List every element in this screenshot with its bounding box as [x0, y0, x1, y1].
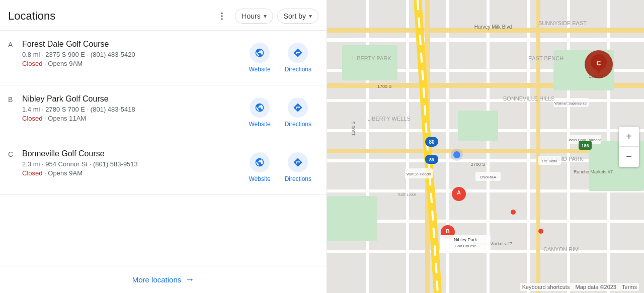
location-name-c: Bonneville Golf Course [22, 149, 238, 158]
directions-button-a[interactable]: Directions [278, 40, 318, 76]
website-button-c[interactable]: Website [242, 149, 278, 185]
status-closed-c: Closed [22, 169, 42, 177]
website-button-a[interactable]: Website [242, 40, 278, 76]
svg-text:Golf Course: Golf Course [455, 244, 476, 248]
directions-button-b[interactable]: Directions [278, 94, 318, 131]
svg-text:Chick-fil-A: Chick-fil-A [480, 175, 496, 179]
zoom-out-button[interactable]: − [619, 147, 639, 167]
svg-text:SUNNYSIDE EAST: SUNNYSIDE EAST [538, 20, 587, 26]
location-letter-b: B [8, 94, 18, 104]
website-label-a: Website [249, 66, 271, 73]
svg-text:1300 S: 1300 S [351, 121, 356, 136]
globe-icon-a [255, 48, 265, 58]
sort-by-label: Sort by [284, 12, 306, 20]
svg-text:EAST BENCH: EAST BENCH [528, 55, 564, 61]
left-panel: Locations Hours ▾ Sort by ▾ A Forest Dal… [0, 0, 327, 293]
directions-label-a: Directions [285, 66, 311, 73]
location-address-b: 1.4 mi · 2780 S 700 E · (801) 483-5418 [22, 106, 238, 113]
list-item[interactable]: B Nibley Park Golf Course 1.4 mi · 2780 … [0, 85, 327, 140]
svg-text:B: B [446, 228, 450, 234]
location-name-b: Nibley Park Golf Course [22, 94, 238, 104]
map-attribution: Keyboard shortcuts Map data ©2023 Terms [520, 283, 639, 291]
svg-text:LIBERTY WELLS: LIBERTY WELLS [367, 116, 411, 122]
hours-filter-chip[interactable]: Hours ▾ [235, 9, 273, 24]
status-opens-a: · Opens 9AM [44, 60, 83, 67]
location-status-a: Closed · Opens 9AM [22, 60, 238, 67]
more-locations-label: More locations [132, 275, 182, 284]
svg-text:1700 S: 1700 S [377, 84, 392, 89]
directions-icon-b [293, 103, 303, 113]
status-opens-b: · Opens 11AM [44, 115, 86, 122]
more-options-button[interactable] [213, 7, 231, 25]
website-icon-container-b [250, 97, 270, 118]
svg-point-59 [451, 149, 463, 161]
website-button-b[interactable]: Website [242, 94, 278, 131]
directions-icon-a [293, 48, 303, 58]
svg-text:The Dodo: The Dodo [542, 159, 557, 163]
website-icon-container-a [250, 43, 270, 63]
more-vert-icon [217, 11, 227, 21]
svg-point-0 [221, 13, 223, 14]
location-address-a: 0.8 mi · 2375 S 900 E · (801) 483-5420 [22, 51, 238, 58]
hours-chevron-icon: ▾ [264, 13, 267, 20]
location-list: A Forest Dale Golf Course 0.8 mi · 2375 … [0, 31, 327, 266]
header: Locations Hours ▾ Sort by ▾ [0, 0, 327, 31]
svg-text:Salt Lake: Salt Lake [397, 192, 417, 197]
directions-icon-container-a [288, 43, 308, 63]
location-name-a: Forest Dale Golf Course [22, 40, 238, 49]
svg-text:Walmart Supercenter: Walmart Supercenter [554, 102, 588, 106]
directions-icon-container-c [288, 152, 308, 172]
svg-text:186: 186 [581, 143, 589, 148]
globe-icon-b [255, 103, 265, 113]
globe-icon-c [255, 157, 265, 167]
terms-link[interactable]: Terms [622, 284, 637, 290]
svg-rect-24 [342, 45, 397, 80]
location-actions-c: Website Directions [242, 149, 319, 185]
more-locations-button[interactable]: More locations → [0, 266, 327, 293]
location-address-c: 2.3 mi · 954 Connor St · (801) 583-9513 [22, 160, 238, 168]
map-panel[interactable]: 80 89 Harvey Milk Blvd 1300 S 1300 S 270… [327, 0, 644, 293]
svg-text:BONNEVILLE HILLS: BONNEVILLE HILLS [503, 95, 555, 102]
more-locations-arrow-icon: → [185, 274, 194, 285]
page-title: Locations [8, 10, 209, 23]
directions-icon-c [293, 157, 303, 167]
svg-point-61 [538, 229, 543, 234]
svg-text:WinCo Foods: WinCo Foods [407, 172, 431, 176]
directions-button-c[interactable]: Directions [278, 149, 318, 185]
svg-text:C: C [597, 60, 601, 67]
hours-label: Hours [242, 12, 260, 20]
location-info-a: Forest Dale Golf Course 0.8 mi · 2375 S … [22, 40, 238, 67]
location-status-c: Closed · Opens 9AM [22, 169, 238, 177]
list-item[interactable]: C Bonneville Golf Course 2.3 mi · 954 Co… [0, 140, 327, 195]
directions-label-b: Directions [285, 121, 311, 128]
location-info-b: Nibley Park Golf Course 1.4 mi · 2780 S … [22, 94, 238, 122]
status-opens-c: · Opens 9AM [44, 169, 83, 177]
svg-point-1 [221, 15, 223, 17]
sort-chevron-icon: ▾ [309, 13, 312, 20]
keyboard-shortcuts-link[interactable]: Keyboard shortcuts [522, 284, 570, 290]
svg-text:Harvey Milk Blvd: Harvey Milk Blvd [474, 24, 512, 30]
svg-text:89: 89 [429, 157, 434, 162]
svg-text:Nibley Park: Nibley Park [454, 237, 477, 242]
svg-text:CANYON RIM: CANYON RIM [543, 246, 579, 252]
website-icon-container-c [250, 152, 270, 172]
status-closed-a: Closed [22, 60, 42, 67]
svg-text:A: A [457, 189, 461, 196]
location-status-b: Closed · Opens 11AM [22, 115, 238, 122]
map-data-label: Map data ©2023 [575, 284, 616, 290]
sort-by-filter-chip[interactable]: Sort by ▾ [277, 9, 318, 24]
svg-text:Rancho Markets #7: Rancho Markets #7 [574, 169, 613, 174]
location-actions-a: Website Directions [242, 40, 319, 76]
svg-text:LIBERTY PARK: LIBERTY PARK [352, 55, 391, 61]
location-actions-b: Website Directions [242, 94, 319, 131]
map-controls: + − [619, 127, 639, 167]
zoom-in-button[interactable]: + [619, 127, 639, 147]
svg-text:2700 S: 2700 S [471, 162, 486, 167]
svg-text:80: 80 [429, 139, 435, 145]
location-letter-a: A [8, 40, 18, 49]
directions-icon-container-b [288, 97, 308, 118]
list-item[interactable]: A Forest Dale Golf Course 0.8 mi · 2375 … [0, 31, 327, 85]
svg-point-2 [221, 18, 223, 20]
svg-rect-25 [458, 111, 498, 141]
directions-label-c: Directions [285, 175, 311, 182]
